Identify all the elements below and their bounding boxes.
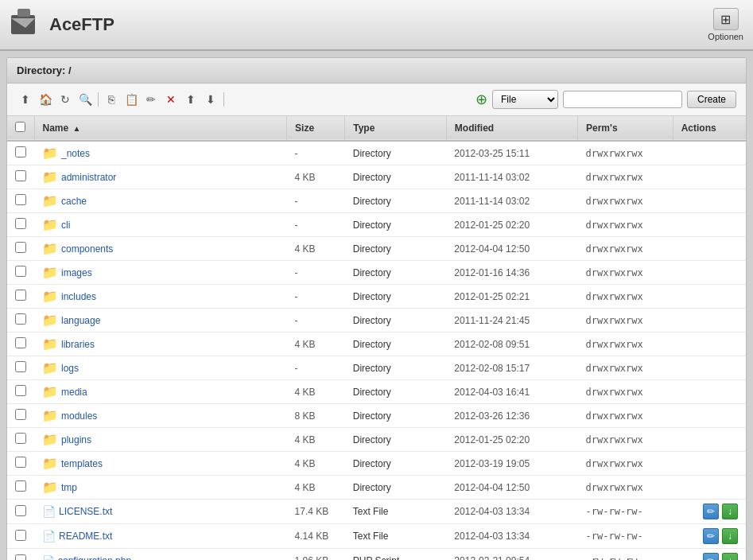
row-checkbox[interactable] — [15, 554, 26, 561]
options-icon: ⊞ — [713, 8, 739, 30]
file-perms: drwxrwxrwx — [578, 428, 673, 452]
row-checkbox[interactable] — [15, 337, 26, 348]
row-checkbox[interactable] — [15, 361, 26, 372]
download-action-btn[interactable]: ↓ — [722, 504, 738, 519]
file-type: Directory — [345, 189, 447, 213]
file-name-link[interactable]: cache — [61, 196, 87, 207]
create-button[interactable]: Create — [687, 91, 736, 108]
th-actions: Actions — [673, 116, 746, 141]
row-checkbox[interactable] — [15, 266, 26, 277]
file-name-link[interactable]: media — [61, 387, 87, 398]
download-action-btn[interactable]: ↓ — [722, 553, 738, 560]
file-modified: 2011-11-24 21:45 — [446, 309, 577, 332]
options-button[interactable]: ⊞ Optionen — [708, 8, 743, 41]
folder-icon: 📁 — [42, 433, 58, 446]
toolbar-search-btn[interactable]: 🔍 — [76, 91, 94, 108]
file-modified: 2012-03-25 15:11 — [446, 141, 577, 165]
file-name-link[interactable]: configuration.php — [58, 555, 131, 560]
file-name-link[interactable]: plugins — [61, 434, 91, 445]
row-checkbox[interactable] — [15, 505, 26, 516]
row-checkbox[interactable] — [15, 170, 26, 181]
file-name-link[interactable]: images — [61, 267, 92, 278]
file-name-link[interactable]: administrator — [61, 172, 116, 183]
file-actions — [673, 189, 746, 213]
file-actions — [673, 356, 746, 380]
file-size: - — [287, 141, 345, 165]
th-perms[interactable]: Perm's — [578, 116, 673, 141]
select-all-checkbox[interactable] — [15, 122, 25, 132]
toolbar-rename-btn[interactable]: ✏ — [142, 91, 160, 108]
file-type: Directory — [345, 261, 447, 285]
file-perms: -rw-rw-rw- — [578, 500, 673, 524]
edit-action-btn[interactable]: ✏ — [703, 528, 719, 544]
table-row: 📁cache-Directory2011-11-14 03:02drwxrwxr… — [7, 189, 746, 213]
row-checkbox[interactable] — [15, 433, 26, 444]
file-perms: -rw-rw-rw- — [578, 549, 673, 561]
th-name[interactable]: Name ▲ — [34, 116, 287, 141]
file-name-link[interactable]: _notes — [61, 148, 90, 159]
php-icon: 📄 — [42, 555, 55, 561]
th-modified[interactable]: Modified — [446, 116, 577, 141]
th-size[interactable]: Size — [287, 116, 345, 141]
folder-icon: 📁 — [42, 170, 58, 184]
row-checkbox[interactable] — [15, 290, 26, 301]
file-actions — [673, 237, 746, 261]
file-type: Directory — [345, 476, 447, 500]
row-checkbox[interactable] — [15, 194, 26, 205]
file-icon: 📄 — [42, 530, 56, 542]
file-size: - — [287, 285, 345, 309]
row-checkbox[interactable] — [15, 385, 26, 396]
file-type: Directory — [345, 213, 447, 237]
file-name-link[interactable]: LICENSE.txt — [59, 506, 112, 517]
file-size: - — [287, 213, 345, 237]
row-checkbox[interactable] — [15, 480, 26, 492]
row-checkbox[interactable] — [15, 457, 26, 468]
download-action-btn[interactable]: ↓ — [722, 528, 738, 544]
table-row: 📁administrator4 KBDirectory2011-11-14 03… — [7, 165, 746, 189]
toolbar-delete-btn[interactable]: ✕ — [162, 91, 180, 108]
table-row: 📁templates4 KBDirectory2012-03-19 19:05d… — [7, 452, 746, 476]
file-type-select[interactable]: File Directory — [492, 90, 558, 109]
file-name-link[interactable]: includes — [61, 291, 96, 302]
toolbar-back-btn[interactable]: ⬆ — [17, 91, 34, 108]
file-name-link[interactable]: libraries — [61, 339, 95, 350]
edit-action-btn[interactable]: ✏ — [703, 504, 719, 519]
file-name-link[interactable]: logs — [61, 363, 79, 374]
file-name-link[interactable]: modules — [61, 410, 97, 422]
file-size: 4 KB — [287, 165, 345, 189]
th-type[interactable]: Type — [345, 116, 447, 141]
file-name-link[interactable]: language — [61, 315, 100, 326]
table-row: 📁_notes-Directory2012-03-25 15:11drwxrwx… — [7, 141, 746, 165]
row-checkbox[interactable] — [15, 530, 26, 541]
table-row: 📁libraries4 KBDirectory2012-02-08 09:51d… — [7, 332, 746, 356]
row-checkbox[interactable] — [15, 313, 26, 325]
file-name-link[interactable]: templates — [61, 458, 103, 469]
file-modified: 2012-03-26 12:36 — [446, 404, 577, 428]
toolbar-copy-btn[interactable]: ⎘ — [103, 91, 120, 108]
folder-icon: 📁 — [42, 480, 58, 494]
file-type: Text File — [345, 500, 447, 524]
file-actions: ✏ ↓ — [673, 524, 746, 549]
edit-action-btn[interactable]: ✏ — [703, 553, 719, 560]
app-title: AceFTP — [49, 14, 115, 35]
row-checkbox[interactable] — [15, 409, 26, 420]
file-size: - — [287, 309, 345, 332]
file-name-link[interactable]: components — [61, 243, 113, 255]
toolbar-home-btn[interactable]: 🏠 — [37, 91, 54, 108]
toolbar-upload-btn[interactable]: ⬆ — [182, 91, 200, 108]
toolbar-paste-btn[interactable]: 📋 — [122, 91, 140, 108]
file-perms: drwxrwxrwx — [578, 452, 673, 476]
file-size: 1.96 KB — [287, 549, 345, 561]
file-modified: 2012-04-03 13:34 — [446, 500, 577, 524]
table-row: 📄README.txt4.14 KBText File2012-04-03 13… — [7, 524, 746, 549]
row-checkbox[interactable] — [15, 146, 26, 158]
toolbar-download-btn[interactable]: ⬇ — [202, 91, 219, 108]
file-name-link[interactable]: cli — [61, 220, 70, 231]
toolbar: ⬆ 🏠 ↻ 🔍 ⎘ 📋 ✏ ✕ ⬆ ⬇ ⊕ File Directory Cre… — [7, 84, 746, 116]
row-checkbox[interactable] — [15, 218, 26, 229]
filename-input[interactable] — [563, 91, 682, 108]
file-name-link[interactable]: tmp — [61, 482, 77, 493]
toolbar-refresh-btn[interactable]: ↻ — [56, 91, 74, 108]
file-name-link[interactable]: README.txt — [59, 531, 112, 542]
row-checkbox[interactable] — [15, 242, 26, 253]
